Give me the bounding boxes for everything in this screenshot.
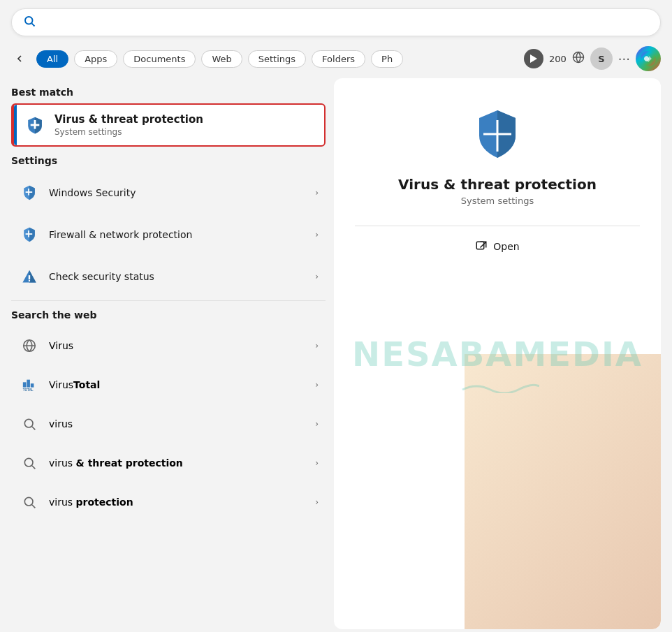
svg-rect-13 [29,275,30,279]
web-item-virus-protection[interactable]: virus protection › [11,483,326,522]
copilot-icon[interactable] [636,46,661,71]
security-status-icon [18,265,41,288]
open-label: Open [493,241,519,252]
search-icon-web-4 [18,491,41,513]
filter-documents[interactable]: Documents [123,50,196,68]
filter-ph[interactable]: Ph [371,50,403,68]
security-status-label: Check security status [49,271,315,282]
web-item-virus-protection-label: virus protection [49,497,315,508]
open-button[interactable]: Open [475,237,519,256]
svg-line-23 [32,466,36,469]
chevron-icon-web-2: › [315,419,319,429]
web-item-virus-threat-label: virus & threat protection [49,457,315,469]
filter-settings[interactable]: Settings [248,50,306,68]
svg-rect-18 [31,383,34,388]
chevron-icon-web-3: › [315,458,319,468]
settings-item-windows-security[interactable]: Windows Security › [11,172,326,214]
firewall-icon [18,223,41,246]
open-icon [475,240,488,253]
best-match-label: Best match [11,87,326,98]
svg-rect-16 [23,382,27,387]
web-item-virus-search-label: virus [49,418,315,429]
chevron-icon-web-1: › [315,380,319,390]
search-icon-web-3 [18,452,41,474]
virustotal-icon: TOTAL [18,374,41,396]
firewall-label: Firewall & network protection [49,229,315,240]
filter-bar: All Apps Documents Web Settings Folders … [0,42,672,78]
chevron-icon-2: › [315,272,319,281]
svg-rect-17 [27,380,30,388]
web-item-virus-label: Virus [49,340,315,351]
windows-security-icon [18,182,41,204]
svg-marker-2 [530,54,537,63]
svg-line-1 [31,23,34,26]
chevron-icon-1: › [315,230,319,240]
web-item-virustotal[interactable]: TOTAL VirusTotal › [11,365,326,404]
right-icons: 200 S ··· [524,46,661,71]
filter-folders[interactable]: Folders [312,50,365,68]
filter-web[interactable]: Web [201,50,242,68]
svg-text:TOTAL: TOTAL [23,388,34,392]
chevron-icon-web-0: › [315,341,319,351]
best-match-subtitle: System settings [54,127,203,137]
chevron-icon-0: › [315,188,319,198]
right-panel-subtitle: System settings [461,196,534,206]
windows-security-label: Windows Security [49,187,315,198]
svg-line-25 [32,505,36,508]
shield-icon-large [469,106,525,162]
right-panel: NESABAMEDIA Virus & threat protection Sy… [334,78,661,629]
settings-section-label: Settings [11,155,326,166]
svg-rect-10 [26,233,33,235]
svg-line-29 [481,242,486,247]
left-panel: Best match Virus & threat protection Sys… [11,78,326,629]
search-web-label: Search the web [11,309,326,321]
chevron-icon-web-4: › [315,497,319,507]
svg-point-14 [29,280,30,281]
right-panel-bg [465,354,661,630]
svg-point-24 [24,497,33,506]
svg-point-22 [24,458,33,466]
count-badge: 200 [549,54,567,64]
best-match-text: Virus & threat protection System setting… [54,113,203,137]
web-item-virustotal-label: VirusTotal [49,379,315,390]
right-panel-divider [355,226,640,226]
search-input[interactable]: virus [43,16,649,29]
svg-point-20 [24,419,33,427]
play-button[interactable] [524,49,543,68]
search-icon-web-2 [18,413,41,435]
main-content: Best match Virus & threat protection Sys… [0,78,672,632]
svg-marker-12 [29,270,36,282]
network-icon [572,51,585,66]
settings-item-security-status[interactable]: Check security status › [11,256,326,297]
section-divider [11,300,326,301]
right-panel-title: Virus & threat protection [398,176,597,193]
best-match-item[interactable]: Virus & threat protection System setting… [11,103,326,147]
svg-point-0 [25,17,33,24]
back-button[interactable] [11,50,31,67]
web-item-virus-search[interactable]: virus › [11,404,326,443]
globe-icon-0 [18,335,41,357]
filter-apps[interactable]: Apps [74,50,117,68]
search-bar[interactable]: virus [11,8,661,36]
web-item-virus-threat[interactable]: virus & threat protection › [11,443,326,483]
filter-all[interactable]: All [36,50,68,68]
best-match-title: Virus & threat protection [54,113,203,126]
svg-rect-8 [26,191,33,193]
right-panel-content: Virus & threat protection System setting… [355,106,640,256]
shield-icon-small [24,114,46,136]
svg-line-21 [32,427,36,430]
svg-rect-6 [31,124,40,126]
web-item-virus[interactable]: Virus › [11,326,326,365]
search-icon [23,15,36,30]
settings-item-firewall[interactable]: Firewall & network protection › [11,214,326,256]
more-button[interactable]: ··· [618,52,630,66]
user-avatar[interactable]: S [590,47,613,70]
